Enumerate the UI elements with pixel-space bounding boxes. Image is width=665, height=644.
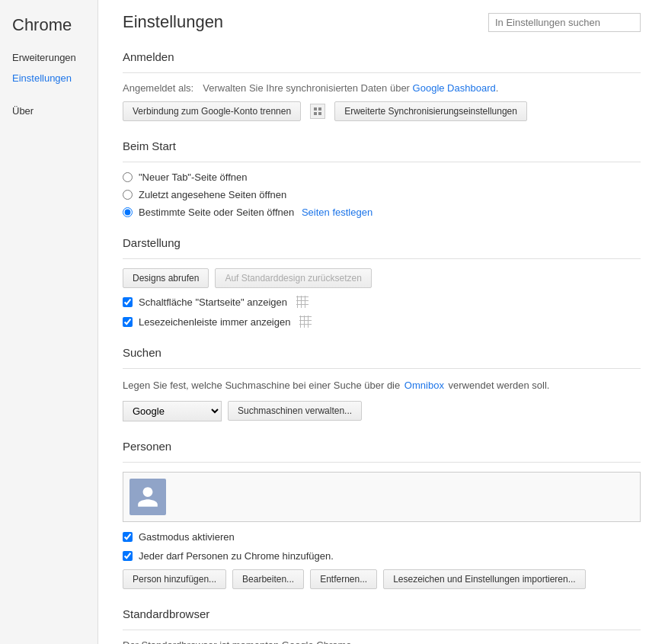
sidebar-item-erweiterungen[interactable]: Erweiterungen <box>0 47 98 68</box>
checkbox-startseite[interactable] <box>123 297 133 307</box>
bearbeiten-button[interactable]: Bearbeiten... <box>232 569 304 589</box>
darstellung-divider <box>123 258 641 259</box>
section-suchen: Suchen Legen Sie fest, welche Suchmaschi… <box>123 346 641 421</box>
person-hinzufuegen-button[interactable]: Person hinzufügen... <box>123 569 226 589</box>
svg-rect-1 <box>318 107 321 111</box>
sidebar: Chrome Erweiterungen Einstellungen Über <box>0 0 98 644</box>
checkbox-lesezeichen-row: Lesezeichenleiste immer anzeigen <box>123 316 641 328</box>
angemeldet-label: Angemeldet als: <box>123 82 193 94</box>
radio-item-last-seen: Zuletzt angesehene Seiten öffnen <box>123 189 641 200</box>
importieren-button[interactable]: Lesezeichen und Einstellungen importiere… <box>383 569 585 589</box>
dashboard-link[interactable]: Google Dashboard <box>413 82 496 94</box>
main-content: Einstellungen Anmelden Angemeldet als: V… <box>98 0 665 644</box>
checkbox-lesezeichen-label[interactable]: Lesezeichenleiste immer anzeigen <box>139 316 290 328</box>
trennen-button[interactable]: Verbindung zum Google-Konto trennen <box>123 101 301 121</box>
startseite-grid-icon <box>296 296 309 308</box>
page-title: Einstellungen <box>123 12 223 32</box>
anmelden-title: Anmelden <box>123 50 641 63</box>
checkbox-gastmodus-label[interactable]: Gastmodus aktivieren <box>139 531 235 543</box>
start-radio-group: "Neuer Tab"-Seite öffnen Zuletzt angeseh… <box>123 171 641 218</box>
svg-rect-3 <box>318 112 321 115</box>
search-engine-select[interactable]: Google Bing Yahoo! <box>123 401 222 421</box>
svg-rect-2 <box>314 112 317 115</box>
settings-search-input[interactable] <box>488 13 641 32</box>
anmelden-btn-row: Verbindung zum Google-Konto trennen Erwe… <box>123 101 641 121</box>
beim-start-title: Beim Start <box>123 139 641 152</box>
standardbrowser-title: Standardbrowser <box>123 607 641 620</box>
anmelden-divider <box>123 72 641 73</box>
darstellung-btn-row: Designs abrufen Auf Standarddesign zurüc… <box>123 268 641 288</box>
sidebar-item-ueber[interactable]: Über <box>0 101 98 121</box>
page-header: Einstellungen <box>123 12 641 32</box>
section-personen: Personen Gastmodus aktivieren Jeder darf… <box>123 440 641 589</box>
radio-last-seen[interactable] <box>123 190 133 200</box>
seiten-festlegen-link[interactable]: Seiten festlegen <box>302 207 372 218</box>
radio-new-tab-label[interactable]: "Neuer Tab"-Seite öffnen <box>139 171 247 183</box>
checkbox-lesezeichen[interactable] <box>123 317 133 327</box>
personen-title: Personen <box>123 440 641 453</box>
sidebar-item-einstellungen[interactable]: Einstellungen <box>0 68 98 88</box>
personen-divider <box>123 462 641 463</box>
darstellung-title: Darstellung <box>123 236 641 249</box>
reset-design-button[interactable]: Auf Standarddesign zurücksetzen <box>215 268 371 288</box>
person-avatar <box>129 479 166 515</box>
app-title: Chrome <box>0 9 98 47</box>
personen-btn-row: Person hinzufügen... Bearbeiten... Entfe… <box>123 569 641 589</box>
anmelden-row: Angemeldet als: Verwalten Sie Ihre synch… <box>123 82 641 94</box>
radio-new-tab[interactable] <box>123 172 133 182</box>
radio-last-seen-label[interactable]: Zuletzt angesehene Seiten öffnen <box>139 189 286 200</box>
radio-specific-label[interactable]: Bestimmte Seite oder Seiten öffnen Seite… <box>139 207 372 218</box>
standardbrowser-divider <box>123 630 641 630</box>
suchen-divider <box>123 368 641 369</box>
suchmaschinen-verwalten-button[interactable]: Suchmaschinen verwalten... <box>228 401 362 421</box>
radio-item-new-tab: "Neuer Tab"-Seite öffnen <box>123 171 641 183</box>
checkbox-hinzufuegen-row: Jeder darf Personen zu Chrome hinzufügen… <box>123 550 641 562</box>
suchen-desc-suffix: verwendet werden soll. <box>449 380 550 391</box>
svg-rect-0 <box>314 107 317 111</box>
sync-text: Verwalten Sie Ihre synchronisierten Date… <box>203 82 498 94</box>
checkbox-gastmodus[interactable] <box>123 532 133 542</box>
lesezeichen-grid-icon <box>299 316 312 328</box>
checkbox-hinzufuegen-label[interactable]: Jeder darf Personen zu Chrome hinzufügen… <box>139 550 334 562</box>
section-darstellung: Darstellung Designs abrufen Auf Standard… <box>123 236 641 328</box>
beim-start-divider <box>123 162 641 162</box>
sync-icon <box>310 104 325 119</box>
checkbox-gastmodus-row: Gastmodus aktivieren <box>123 531 641 543</box>
standardbrowser-text: Der Standardbrowser ist momentan Google … <box>123 639 641 645</box>
checkbox-startseite-label[interactable]: Schaltfläche "Startseite" anzeigen <box>139 296 287 308</box>
omnibox-link[interactable]: Omnibox <box>404 380 444 391</box>
radio-item-specific: Bestimmte Seite oder Seiten öffnen Seite… <box>123 207 641 218</box>
section-anmelden: Anmelden Angemeldet als: Verwalten Sie I… <box>123 50 641 121</box>
designs-button[interactable]: Designs abrufen <box>123 268 209 288</box>
suchen-title: Suchen <box>123 346 641 359</box>
checkbox-hinzufuegen[interactable] <box>123 551 133 561</box>
entfernen-button[interactable]: Entfernen... <box>310 569 377 589</box>
section-beim-start: Beim Start "Neuer Tab"-Seite öffnen Zule… <box>123 139 641 218</box>
checkbox-startseite-row: Schaltfläche "Startseite" anzeigen <box>123 296 641 308</box>
suchen-description: Legen Sie fest, welche Suchmaschine bei … <box>123 378 641 393</box>
section-standardbrowser: Standardbrowser Der Standardbrowser ist … <box>123 607 641 645</box>
personen-box <box>123 472 641 522</box>
sync-button[interactable]: Erweiterte Synchronisierungseinstellunge… <box>334 101 527 121</box>
sync-text-prefix: Verwalten Sie Ihre synchronisierten Date… <box>203 82 410 94</box>
radio-specific[interactable] <box>123 207 133 217</box>
suchen-select-row: Google Bing Yahoo! Suchmaschinen verwalt… <box>123 401 641 421</box>
suchen-desc-prefix: Legen Sie fest, welche Suchmaschine bei … <box>123 380 400 391</box>
avatar-icon <box>136 485 160 509</box>
